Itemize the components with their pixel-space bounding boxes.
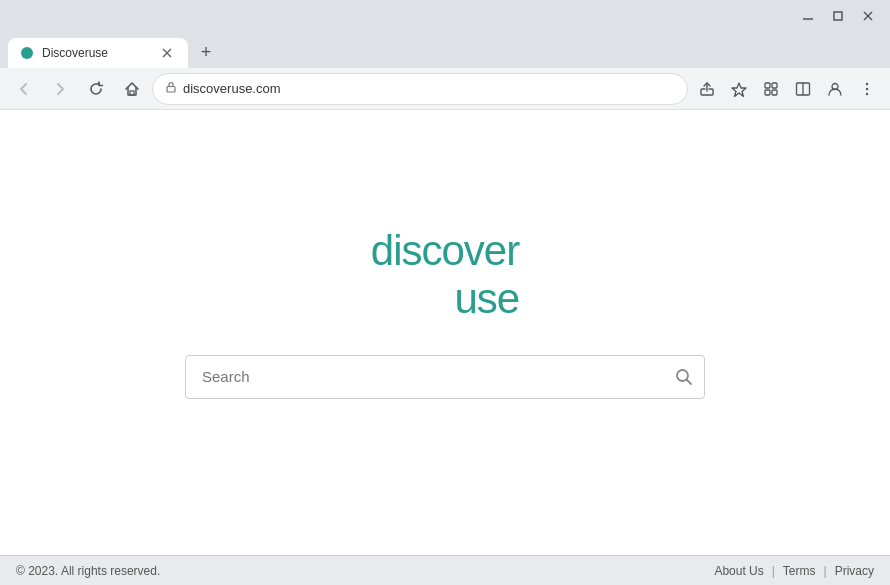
address-bar[interactable]: discoveruse.com — [152, 73, 688, 105]
svg-rect-11 — [765, 83, 770, 88]
reload-button[interactable] — [80, 73, 112, 105]
search-icon — [675, 368, 693, 386]
home-button[interactable] — [116, 73, 148, 105]
tab-bar: Discoveruse + — [0, 32, 890, 68]
about-us-link[interactable]: About Us — [714, 564, 763, 578]
search-button[interactable] — [675, 368, 693, 386]
nav-bar: discoveruse.com — [0, 68, 890, 110]
svg-marker-10 — [732, 83, 746, 97]
logo-discover: discover — [371, 227, 519, 275]
active-tab[interactable]: Discoveruse — [8, 38, 188, 68]
tab-close-button[interactable] — [158, 44, 176, 62]
page-content: discover use — [0, 110, 890, 555]
footer-links: About Us | Terms | Privacy — [714, 564, 874, 578]
svg-point-18 — [866, 82, 868, 84]
logo-use: use — [371, 275, 519, 323]
search-input[interactable] — [185, 355, 705, 399]
profile-button[interactable] — [820, 74, 850, 104]
footer-sep-1: | — [772, 564, 775, 578]
url-text: discoveruse.com — [183, 81, 281, 96]
svg-rect-8 — [167, 87, 175, 93]
svg-rect-14 — [772, 90, 777, 95]
bookmark-button[interactable] — [724, 74, 754, 104]
lock-icon — [165, 81, 177, 96]
privacy-link[interactable]: Privacy — [835, 564, 874, 578]
back-button[interactable] — [8, 73, 40, 105]
extensions-button[interactable] — [756, 74, 786, 104]
forward-button[interactable] — [44, 73, 76, 105]
svg-point-4 — [21, 47, 33, 59]
footer: © 2023. All rights reserved. About Us | … — [0, 555, 890, 585]
minimize-button[interactable] — [794, 6, 822, 26]
svg-point-19 — [866, 87, 868, 89]
new-tab-button[interactable]: + — [192, 38, 220, 66]
footer-copyright: © 2023. All rights reserved. — [16, 564, 160, 578]
footer-sep-2: | — [824, 564, 827, 578]
share-button[interactable] — [692, 74, 722, 104]
svg-line-22 — [687, 379, 692, 384]
tab-favicon — [20, 46, 34, 60]
title-bar — [0, 0, 890, 32]
nav-actions — [692, 74, 882, 104]
terms-link[interactable]: Terms — [783, 564, 816, 578]
menu-button[interactable] — [852, 74, 882, 104]
svg-rect-13 — [765, 90, 770, 95]
svg-point-20 — [866, 92, 868, 94]
tab-title: Discoveruse — [42, 46, 150, 60]
split-view-button[interactable] — [788, 74, 818, 104]
maximize-button[interactable] — [824, 6, 852, 26]
close-button[interactable] — [854, 6, 882, 26]
search-container — [185, 355, 705, 399]
svg-rect-7 — [130, 91, 134, 95]
window-controls — [794, 6, 882, 26]
svg-rect-12 — [772, 83, 777, 88]
logo: discover use — [371, 227, 519, 323]
svg-rect-1 — [834, 12, 842, 20]
